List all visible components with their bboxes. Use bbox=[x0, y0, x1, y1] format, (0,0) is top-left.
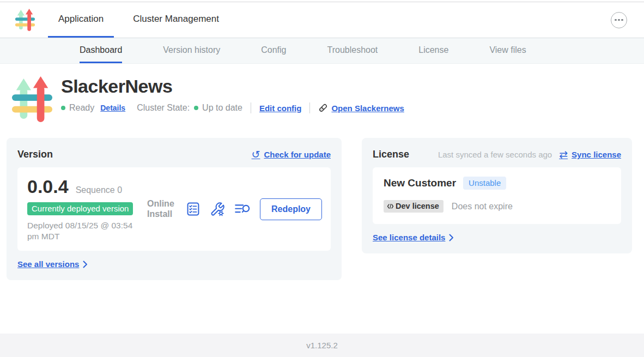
license-card-footer: See license details bbox=[373, 233, 621, 243]
app-logo bbox=[11, 75, 53, 124]
license-panel: New Customer Unstable Dev license bbox=[373, 167, 621, 224]
current-version-panel: 0.0.4 Sequence 0 Currently deployed vers… bbox=[17, 167, 331, 251]
code-icon bbox=[387, 203, 394, 209]
see-all-versions-label: See all versions bbox=[17, 259, 79, 269]
tab-version-history[interactable]: Version history bbox=[163, 38, 220, 63]
footer: v1.125.2 bbox=[0, 334, 644, 357]
cluster-state-value: Up to date bbox=[202, 103, 242, 113]
divider bbox=[309, 102, 310, 113]
install-type-label: Online Install bbox=[147, 199, 177, 219]
tab-license-label: License bbox=[418, 45, 448, 55]
version-number: 0.0.4 bbox=[27, 176, 69, 197]
tab-application-label: Application bbox=[58, 14, 104, 25]
sync-license-label: Sync license bbox=[572, 150, 621, 159]
ready-status-dot bbox=[61, 106, 65, 110]
expiry-text: Does not expire bbox=[452, 202, 513, 211]
last-synced-text: Last synced a few seconds ago bbox=[438, 150, 552, 159]
slackernews-logo-icon[interactable] bbox=[15, 8, 35, 32]
open-app-label: Open Slackernews bbox=[331, 104, 404, 113]
view-logs-icon[interactable] bbox=[234, 202, 251, 216]
license-card: License Last synced a few seconds ago ⇄ … bbox=[362, 138, 632, 253]
divider bbox=[251, 102, 251, 113]
sync-license-link[interactable]: ⇄ Sync license bbox=[559, 149, 621, 160]
sequence-label: Sequence 0 bbox=[76, 185, 122, 195]
version-card-footer: See all versions bbox=[17, 259, 331, 269]
check-for-update-label: Check for update bbox=[264, 150, 331, 159]
version-number-row: 0.0.4 Sequence 0 bbox=[27, 176, 146, 197]
version-info: 0.0.4 Sequence 0 Currently deployed vers… bbox=[27, 176, 146, 242]
tab-config[interactable]: Config bbox=[261, 38, 286, 63]
version-card-title: Version bbox=[17, 149, 53, 160]
ellipsis-icon bbox=[615, 19, 617, 21]
tab-troubleshoot[interactable]: Troubleshoot bbox=[327, 38, 378, 63]
deployed-timestamp: Deployed 08/15/25 @ 03:54 pm MDT bbox=[27, 220, 143, 242]
see-all-versions-link[interactable]: See all versions bbox=[17, 259, 88, 269]
see-license-details-link[interactable]: See license details bbox=[373, 233, 454, 242]
channel-badge: Unstable bbox=[463, 177, 506, 190]
link-icon bbox=[318, 103, 328, 113]
open-app-link[interactable]: Open Slackernews bbox=[318, 103, 404, 113]
tab-license[interactable]: License bbox=[418, 38, 448, 63]
top-navbar: Application Cluster Management bbox=[0, 2, 644, 38]
redeploy-button[interactable]: Redeploy bbox=[260, 198, 322, 220]
app-header: SlackerNews Ready Details Cluster State:… bbox=[11, 70, 644, 124]
tab-dashboard-label: Dashboard bbox=[80, 45, 122, 55]
version-actions: Online Install bbox=[147, 198, 322, 220]
check-for-update-link[interactable]: ↺ Check for update bbox=[252, 149, 331, 160]
license-card-header: License Last synced a few seconds ago ⇄ … bbox=[373, 149, 621, 160]
dev-license-label: Dev license bbox=[396, 202, 439, 210]
version-card-header: Version ↺ Check for update bbox=[17, 149, 331, 160]
see-license-details-label: See license details bbox=[373, 233, 445, 242]
tab-view-files-label: View files bbox=[489, 45, 526, 55]
app-status-text: Ready bbox=[69, 103, 94, 113]
dev-license-badge: Dev license bbox=[384, 200, 443, 213]
app-status-row: Ready Details Cluster State: Up to date … bbox=[61, 102, 404, 113]
tab-troubleshoot-label: Troubleshoot bbox=[327, 45, 378, 55]
dashboard-cards: Version ↺ Check for update 0.0.4 Sequenc… bbox=[7, 138, 632, 280]
tab-cluster-management-label: Cluster Management bbox=[133, 14, 219, 25]
more-menu-button[interactable] bbox=[611, 12, 627, 28]
customer-name: New Customer bbox=[384, 177, 456, 189]
deployed-badge: Currently deployed version bbox=[27, 202, 133, 215]
app-subnav: Dashboard Version history Config Trouble… bbox=[0, 38, 644, 64]
preflight-checklist-icon[interactable] bbox=[186, 202, 201, 216]
chevron-right-icon bbox=[449, 234, 454, 241]
version-card: Version ↺ Check for update 0.0.4 Sequenc… bbox=[7, 138, 342, 280]
edit-config-link[interactable]: Edit config bbox=[259, 104, 302, 113]
cluster-state-label: Cluster State: bbox=[137, 103, 190, 113]
customer-row: New Customer Unstable bbox=[384, 177, 610, 190]
tab-cluster-management[interactable]: Cluster Management bbox=[123, 2, 229, 38]
sync-arrows-icon: ⇄ bbox=[559, 149, 568, 160]
details-link[interactable]: Details bbox=[100, 104, 125, 112]
tab-application[interactable]: Application bbox=[48, 2, 114, 38]
license-card-title: License bbox=[373, 149, 409, 160]
config-wrench-icon[interactable] bbox=[210, 202, 225, 217]
tab-view-files[interactable]: View files bbox=[489, 38, 526, 63]
tab-dashboard[interactable]: Dashboard bbox=[80, 38, 122, 63]
tab-config-label: Config bbox=[261, 45, 286, 55]
dashboard-content: SlackerNews Ready Details Cluster State:… bbox=[0, 64, 644, 334]
page-title: SlackerNews bbox=[61, 76, 404, 97]
app-header-text: SlackerNews Ready Details Cluster State:… bbox=[61, 70, 404, 124]
refresh-icon: ↺ bbox=[252, 149, 260, 160]
admin-console-page: Application Cluster Management Dashboard… bbox=[0, 0, 644, 357]
console-version: v1.125.2 bbox=[306, 341, 338, 350]
topnav-tabs: Application Cluster Management bbox=[48, 2, 238, 38]
chevron-right-icon bbox=[83, 261, 88, 268]
topnav-right bbox=[611, 2, 627, 38]
tab-version-history-label: Version history bbox=[163, 45, 220, 55]
cluster-status-dot bbox=[194, 106, 198, 110]
license-type-row: Dev license Does not expire bbox=[384, 200, 610, 213]
